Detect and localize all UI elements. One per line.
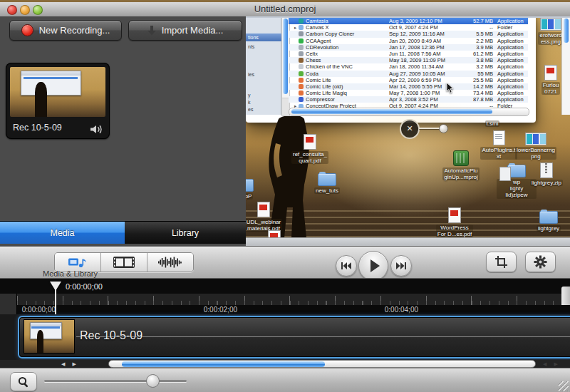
file-name: Carbon Copy Cloner <box>306 31 389 37</box>
timeline-scrollbar[interactable] <box>108 360 536 368</box>
finder-row: Chicken of the VNCJan 18, 2006 11:34 AM3… <box>289 63 528 70</box>
tab-media[interactable]: Media <box>0 221 125 244</box>
go-to-start-button[interactable] <box>336 255 357 277</box>
file-size: 61.2 MB <box>457 51 496 57</box>
file-date: Oct 9, 2007 4:24 PM <box>389 24 457 31</box>
scroll-left-icon[interactable]: ◀ <box>543 361 546 367</box>
file-name: Camtasia <box>306 18 389 24</box>
settings-button[interactable] <box>525 252 556 272</box>
app-icon <box>299 78 304 83</box>
magnifier-icon <box>18 376 29 388</box>
titlebar[interactable]: Untitled.cmproj <box>0 2 570 17</box>
file-date: Aug 27, 2009 10:05 AM <box>389 71 457 77</box>
view-switcher-label: Media & Library <box>43 269 171 278</box>
file-kind: Application <box>496 44 528 51</box>
folder-icon <box>246 179 254 192</box>
file-name: Chicken of the VNC <box>306 63 389 70</box>
desktop-icon-label: ref_consulta_ quart.pdf <box>291 151 328 164</box>
play-button[interactable] <box>358 251 388 281</box>
media-item-name: Rec 10-5-09 <box>13 123 62 133</box>
timeline-scrollbar-thumb[interactable] <box>122 361 325 367</box>
app-icon <box>299 45 304 50</box>
import-arrow-icon <box>147 26 156 36</box>
resize-grip-icon[interactable] <box>559 381 569 391</box>
file-name: Chess <box>306 57 389 63</box>
speaker-icon[interactable] <box>90 125 103 134</box>
timeline-clip[interactable]: Rec 10-5-09 <box>18 316 570 359</box>
video-track-icon <box>113 257 135 268</box>
canvas-preview[interactable]: t.smi ref_consulta_ quart.pdf new_tuts o… <box>246 16 570 246</box>
file-kind: Folder <box>496 24 528 31</box>
file-date: Jan 20, 2009 8:49 AM <box>389 38 457 44</box>
file-kind: Application <box>496 77 528 83</box>
zoom-tool-button[interactable] <box>10 372 37 391</box>
crop-icon <box>495 256 507 268</box>
import-media-button[interactable]: Import Media... <box>128 20 242 41</box>
finder-row: CodaAug 27, 2009 10:05 AM55 MBApplicatio… <box>289 71 528 77</box>
app-icon <box>299 64 304 69</box>
ruler-label: 0:00:04;00 <box>381 305 418 314</box>
file-date: Sep 12, 2009 11:16 AM <box>389 31 457 37</box>
sidebar-item: nts <box>246 43 283 51</box>
file-date: May 18, 2009 11:09 PM <box>389 57 457 63</box>
media-item[interactable]: Rec 10-5-09 <box>6 63 110 139</box>
timeline-ruler[interactable] <box>17 294 570 305</box>
desktop-icon: AutomaticPlu ginUp...mproj <box>441 150 481 180</box>
desktop-icon: t.smi <box>472 120 512 127</box>
overlay-close-icon[interactable]: ✕ <box>400 119 420 139</box>
file-size: -- <box>457 24 496 31</box>
finder-file-list: CamtasiaAug 3, 2009 12:10 PM52.7 MBAppli… <box>289 18 528 108</box>
canvas-bottom-strip <box>246 238 570 246</box>
file-kind: Application <box>496 18 528 24</box>
scroll-arrows-right[interactable]: ◀ ▶ <box>537 360 564 368</box>
file-kind: Application <box>496 90 528 96</box>
finder-row: CompressorApr 3, 2008 3:52 PM87.8 MBAppl… <box>289 96 528 103</box>
desktop-icon-label: lowerBannerng png <box>515 147 556 160</box>
timeline-zoom-slider[interactable] <box>44 380 187 382</box>
ruler-label: 0:00:00;00 <box>19 305 56 314</box>
finder-row: CDRevolutionJan 17, 2008 12:36 PM3.9 MBA… <box>289 44 528 51</box>
desktop-icon-label: AutomaticPlu ginUp...mproj <box>442 167 480 180</box>
recorded-finder-window: tions nts les y k es CamtasiaAug 3, 2009… <box>246 16 536 123</box>
desktop-icon-label: lightgrey <box>537 225 561 232</box>
desktop-icon-label: erofword ess.png <box>538 32 563 45</box>
file-size: 73.4 MB <box>457 90 496 96</box>
app-icon <box>299 84 304 89</box>
folder-icon <box>539 211 558 224</box>
desktop-icon-label: t.smi <box>485 120 500 127</box>
finder-row: CCAAgentJan 20, 2009 8:49 AM2.2 MBApplic… <box>289 38 528 44</box>
timeline: 0:00:00;00 0:00:00;00 0:00:02;00 0:00:04… <box>0 278 570 368</box>
zip-file-icon <box>540 163 553 178</box>
scroll-right-icon[interactable]: ▶ <box>554 361 557 367</box>
file-size: 55 MB <box>457 71 496 77</box>
app-icon <box>299 19 304 24</box>
playhead-line[interactable] <box>55 289 56 314</box>
document-icon <box>499 167 511 181</box>
scroll-arrows-left[interactable]: ◀ ▶ <box>56 360 82 368</box>
app-icon <box>299 91 304 96</box>
crop-button[interactable] <box>486 252 517 272</box>
project-file-icon <box>453 150 469 166</box>
scroll-right-icon[interactable]: ▶ <box>72 361 76 367</box>
file-size: 5.5 MB <box>457 31 496 37</box>
desktop-icon: lowerBannerng png <box>516 133 556 160</box>
scroll-left-icon[interactable]: ◀ <box>61 361 65 367</box>
desktop-icon-label: WordPress For D...es.pdf <box>436 225 473 237</box>
file-size: 3.8 MB <box>457 57 496 63</box>
media-panel: New Recording... Import Media... Rec 10-… <box>0 16 246 246</box>
new-recording-button[interactable]: New Recording... <box>9 20 122 41</box>
file-date: Aug 3, 2009 12:10 PM <box>389 18 457 24</box>
desktop-icon-label: Furlou 0721 <box>542 82 561 95</box>
tab-library[interactable]: Library <box>125 221 246 244</box>
finder-horizontal-scrollbar <box>289 108 529 116</box>
file-size: 3.2 MB <box>457 63 496 70</box>
go-to-end-button[interactable] <box>390 255 412 277</box>
clip-name: Rec 10-5-09 <box>80 329 142 342</box>
file-name: Compressor <box>306 96 389 103</box>
folder-icon <box>299 25 304 30</box>
file-kind: Application <box>496 31 528 37</box>
text-file-icon <box>493 130 505 145</box>
timeline-zoom-knob[interactable] <box>146 374 160 388</box>
file-date: Jan 18, 2006 11:34 AM <box>389 63 457 70</box>
overlay-slider-knob[interactable] <box>439 124 448 133</box>
